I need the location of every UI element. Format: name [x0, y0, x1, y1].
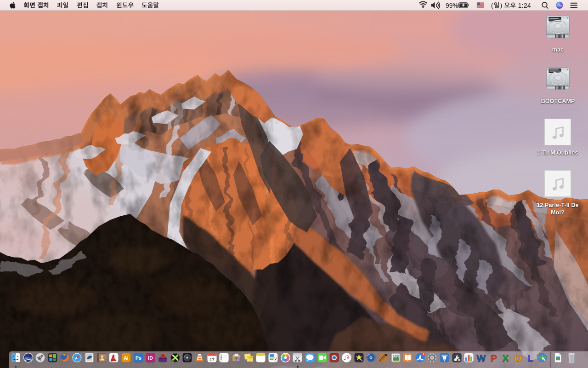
svg-text:W: W — [477, 353, 486, 363]
svg-text:X: X — [503, 353, 509, 363]
svg-text:17: 17 — [209, 357, 215, 362]
svg-text:Ai: Ai — [124, 355, 129, 361]
svg-text:Q: Q — [237, 358, 239, 361]
svg-text:(: ( — [491, 2, 493, 9]
svg-text:P: P — [490, 353, 497, 363]
svg-text:4: 4 — [423, 353, 424, 356]
svg-text:L: L — [527, 353, 533, 363]
svg-text:Rem: Rem — [249, 357, 253, 359]
svg-text:O: O — [514, 353, 521, 363]
svg-text:99%: 99% — [446, 2, 458, 9]
svg-text:Ps: Ps — [136, 355, 141, 361]
svg-text:ID: ID — [148, 355, 153, 361]
svg-text:1:24: 1:24 — [518, 2, 531, 9]
svg-text:): ) — [500, 2, 503, 9]
